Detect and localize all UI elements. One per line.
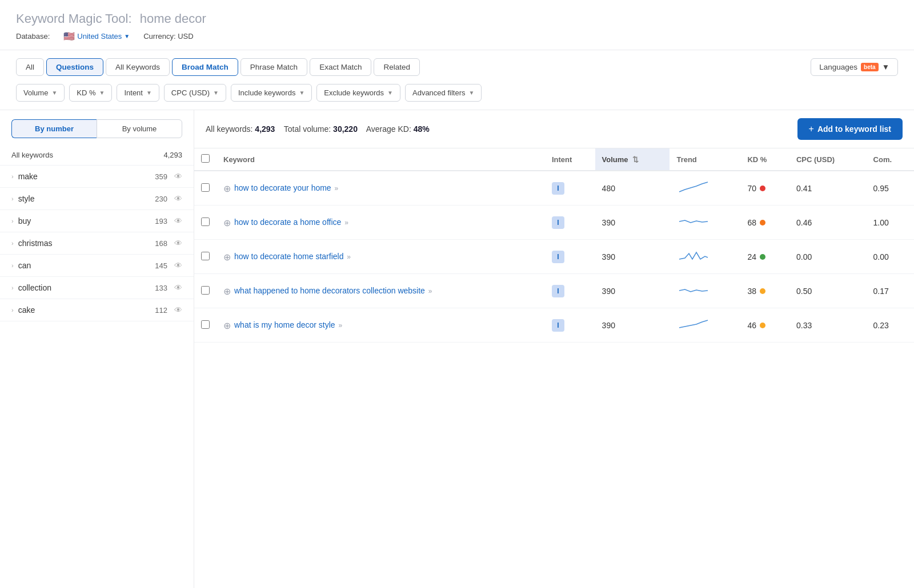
kd-value: 68 [747, 218, 756, 227]
row-checkbox[interactable] [201, 183, 210, 192]
tab-all-keywords[interactable]: All Keywords [106, 58, 170, 76]
keyword-link[interactable]: ⊕ what is my home decor style » [223, 320, 538, 331]
sidebar-item[interactable]: › collection 133 👁 [0, 277, 194, 299]
select-all-checkbox[interactable] [201, 154, 210, 163]
intent-badge: I [552, 319, 564, 332]
eye-icon[interactable]: 👁 [174, 305, 182, 315]
com-column-header: Com. [867, 148, 914, 171]
kd-dot [760, 186, 765, 191]
keyword-text: how to decorate your home » [234, 183, 338, 194]
row-checkbox[interactable] [201, 286, 210, 295]
row-checkbox[interactable] [201, 320, 210, 329]
languages-button[interactable]: Languages beta ▼ [811, 58, 898, 76]
eye-icon[interactable]: 👁 [174, 261, 182, 270]
sidebar-item[interactable]: › style 230 👁 [0, 188, 194, 210]
kd-value: 70 [747, 184, 756, 193]
volume-value: 390 [602, 218, 615, 227]
tab-phrase-match[interactable]: Phrase Match [240, 58, 307, 76]
keyword-link[interactable]: ⊕ how to decorate a home office » [223, 217, 538, 228]
intent-cell: I [545, 171, 595, 206]
sidebar-item[interactable]: › christmas 168 👁 [0, 232, 194, 255]
country-name: United States [77, 32, 122, 41]
com-cell: 0.23 [867, 308, 914, 343]
tab-all[interactable]: All [16, 58, 44, 76]
cpc-filter-label: CPC (USD) [171, 88, 210, 97]
chevron-down-icon: ▼ [468, 90, 474, 96]
sidebar-item[interactable]: › cake 112 👁 [0, 299, 194, 321]
keyword-link[interactable]: ⊕ what happened to home decorators colle… [223, 285, 538, 297]
tab-related[interactable]: Related [374, 58, 420, 76]
intent-badge: I [552, 182, 564, 195]
chevron-right-icon: › [11, 284, 14, 291]
keyword-link[interactable]: ⊕ how to decorate home starfield » [223, 251, 538, 263]
sidebar-item[interactable]: › make 359 👁 [0, 166, 194, 188]
expand-icon: » [339, 321, 343, 329]
kd-filter[interactable]: KD % ▼ [69, 84, 112, 102]
select-all-header[interactable] [194, 148, 217, 171]
com-cell: 0.00 [867, 240, 914, 274]
languages-label: Languages [819, 63, 857, 71]
keyword-text: what is my home decor style » [234, 320, 342, 331]
volume-value: 390 [602, 321, 615, 330]
sort-by-number-button[interactable]: By number [11, 119, 97, 138]
kd-dot [760, 323, 765, 328]
trend-chart [676, 282, 711, 298]
kd-dot [760, 220, 765, 225]
keyword-cell: ⊕ how to decorate home starfield » [217, 240, 545, 274]
keyword-link[interactable]: ⊕ how to decorate your home » [223, 183, 538, 194]
keyword-cell: ⊕ how to decorate your home » [217, 171, 545, 206]
tab-exact-match[interactable]: Exact Match [310, 58, 371, 76]
row-checkbox-cell[interactable] [194, 274, 217, 308]
add-to-keyword-list-button[interactable]: + Add to keyword list [797, 118, 903, 140]
row-checkbox-cell[interactable] [194, 240, 217, 274]
volume-value: 390 [602, 287, 615, 296]
eye-icon[interactable]: 👁 [174, 239, 182, 248]
include-keywords-filter[interactable]: Include keywords ▼ [231, 84, 312, 102]
trend-chart [676, 214, 711, 229]
advanced-filters-button[interactable]: Advanced filters ▼ [405, 84, 482, 102]
kd-dot [760, 288, 765, 294]
intent-filter[interactable]: Intent ▼ [117, 84, 159, 102]
eye-icon[interactable]: 👁 [174, 172, 182, 181]
sort-icon: ⇅ [632, 155, 639, 164]
kd-dot [760, 254, 765, 260]
keyword-cell: ⊕ how to decorate a home office » [217, 206, 545, 240]
page-title: Keyword Magic Tool: home decor [16, 11, 898, 26]
row-checkbox-cell[interactable] [194, 308, 217, 343]
eye-icon[interactable]: 👁 [174, 216, 182, 225]
kd-cell: 46 [740, 308, 789, 343]
row-checkbox-cell[interactable] [194, 206, 217, 240]
row-checkbox[interactable] [201, 252, 210, 260]
add-keyword-icon: ⊕ [223, 286, 231, 297]
intent-cell: I [545, 206, 595, 240]
eye-icon[interactable]: 👁 [174, 283, 182, 292]
stats-all-keywords: All keywords: 4,293 Total volume: 30,220… [206, 124, 430, 134]
volume-column-header[interactable]: Volume ⇅ [595, 148, 670, 171]
add-keyword-icon: ⊕ [223, 183, 231, 194]
tab-questions[interactable]: Questions [46, 58, 103, 76]
volume-filter[interactable]: Volume ▼ [16, 84, 65, 102]
chevron-down-icon: ▼ [99, 90, 105, 96]
com-cell: 0.95 [867, 171, 914, 206]
main-content: By number By volume All keywords 4,293 ›… [0, 110, 914, 588]
sidebar-item[interactable]: › buy 193 👁 [0, 210, 194, 232]
sidebar-sort: By number By volume [0, 110, 194, 145]
cpc-filter[interactable]: CPC (USD) ▼ [164, 84, 226, 102]
tab-broad-match[interactable]: Broad Match [172, 58, 238, 76]
chevron-down-icon: ▼ [213, 90, 219, 96]
chevron-down-icon: ▼ [146, 90, 152, 96]
plus-icon: + [809, 124, 814, 134]
row-checkbox[interactable] [201, 218, 210, 226]
volume-cell: 390 [595, 274, 670, 308]
exclude-keywords-filter[interactable]: Exclude keywords ▼ [316, 84, 400, 102]
row-checkbox-cell[interactable] [194, 171, 217, 206]
eye-icon[interactable]: 👁 [174, 194, 182, 203]
chevron-down-icon: ▼ [124, 33, 130, 39]
country-selector[interactable]: 🇺🇸 United States ▼ [63, 31, 130, 42]
table-row: ⊕ how to decorate a home office » I 390 [194, 206, 914, 240]
intent-cell: I [545, 274, 595, 308]
sidebar: By number By volume All keywords 4,293 ›… [0, 110, 194, 588]
sort-by-volume-button[interactable]: By volume [97, 119, 182, 138]
chevron-right-icon: › [11, 218, 14, 224]
sidebar-item[interactable]: › can 145 👁 [0, 255, 194, 277]
